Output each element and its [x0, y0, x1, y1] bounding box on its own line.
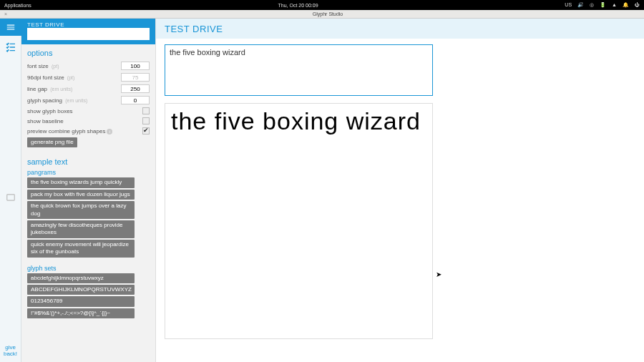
show-glyph-boxes-label: show glyph boxes	[27, 108, 142, 114]
checklist-icon	[5, 41, 16, 53]
pangram-button[interactable]: the five boxing wizards jump quickly	[27, 177, 135, 187]
hamburger-icon	[6, 22, 16, 32]
sidebar-title: CONTROLS	[27, 28, 150, 40]
tool-rail: give back!	[0, 19, 21, 362]
glyphsets-heading: glyph sets	[27, 265, 150, 272]
glyphset-button[interactable]: 0123456789	[27, 296, 135, 306]
screenshot-tool-button[interactable]	[4, 190, 18, 205]
give-back-link[interactable]: give back!	[4, 340, 17, 362]
dpi-input[interactable]	[121, 73, 150, 82]
glyph-spacing-input[interactable]	[121, 96, 150, 104]
sidebar-header: TEST DRIVE CONTROLS	[21, 19, 155, 44]
power-icon[interactable]: ⏻	[635, 2, 640, 8]
window-title: Glyphr Studio	[11, 11, 644, 16]
applications-menu[interactable]: Applications	[4, 3, 31, 8]
pangram-button[interactable]: quick enemy movement will jeopardize six…	[27, 240, 135, 258]
preview-canvas: the five boxing wizard	[165, 103, 433, 339]
glyph-spacing-label: glyph spacing	[27, 97, 62, 104]
preview-combine-label: preview combine glyph shapes	[27, 128, 105, 134]
main-area: TEST DRIVE the five boxing wizard the fi…	[156, 19, 644, 362]
sample-text-section: sample text pangrams the five boxing wiz…	[21, 153, 155, 324]
glyphset-button[interactable]: ABCDEFGHIJKLMNOPQRSTUVWXYZ	[27, 285, 135, 295]
dpi-row: 96dpi font size (pt)	[27, 72, 150, 83]
notifications-icon[interactable]: 🔔	[623, 2, 629, 8]
controls-sidebar: TEST DRIVE CONTROLS options font size (p…	[21, 19, 156, 362]
font-size-input[interactable]	[121, 62, 150, 70]
show-baseline-row: show baseline	[27, 116, 150, 126]
info-icon[interactable]: i	[107, 129, 112, 134]
checklist-tool-button[interactable]	[4, 40, 18, 54]
os-clock: Thu, Oct 20 00:09	[31, 3, 565, 8]
font-size-row: font size (pt)	[27, 60, 150, 72]
font-size-label: font size	[27, 63, 49, 69]
pangram-button[interactable]: the quick brown fox jumps over a lazy do…	[27, 201, 135, 219]
preview-text: the five boxing wizard	[171, 108, 426, 134]
show-glyph-boxes-row: show glyph boxes	[27, 106, 150, 116]
test-drive-input[interactable]: the five boxing wizard	[165, 44, 433, 96]
main-header: TEST DRIVE	[156, 19, 644, 39]
pangram-button[interactable]: amazingly few discotheques provide jukeb…	[27, 220, 135, 238]
show-glyph-boxes-checkbox[interactable]	[142, 107, 150, 114]
close-window-button[interactable]: ×	[0, 11, 11, 16]
show-baseline-label: show baseline	[27, 118, 142, 124]
hamburger-menu-button[interactable]	[0, 19, 21, 36]
keyboard-layout-icon[interactable]: US	[565, 2, 572, 8]
preview-combine-row: preview combine glyph shapesi	[27, 126, 150, 136]
pangrams-heading: pangrams	[27, 169, 150, 176]
dpi-label: 96dpi font size	[27, 74, 64, 81]
glyphset-button[interactable]: !"#$%&'()*+,-./:;<=>?@[\]^_`{|}~	[27, 308, 135, 318]
svg-rect-0	[6, 195, 14, 200]
generate-png-button[interactable]: generate png file	[27, 137, 77, 147]
sidebar-subtitle: TEST DRIVE	[27, 21, 150, 28]
os-topbar: Applications Thu, Oct 20 00:09 US 🔊 ◎ 🔋 …	[0, 0, 644, 10]
preview-combine-checkbox[interactable]	[142, 127, 150, 134]
main-heading: TEST DRIVE	[165, 24, 223, 34]
options-heading: options	[27, 49, 150, 57]
window-titlebar: × Glyphr Studio	[0, 10, 644, 19]
pangram-button[interactable]: pack my box with five dozen liquor jugs	[27, 190, 135, 200]
os-tray: US 🔊 ◎ 🔋 ▲ 🔔 ⏻	[565, 2, 640, 8]
volume-icon[interactable]: 🔊	[577, 2, 584, 8]
line-gap-row: line gap (em units)	[27, 83, 150, 94]
up-icon[interactable]: ▲	[612, 2, 617, 8]
glyph-spacing-row: glyph spacing (em units)	[27, 94, 150, 106]
brightness-icon[interactable]: ◎	[590, 2, 594, 8]
screenshot-icon	[6, 192, 16, 202]
show-baseline-checkbox[interactable]	[142, 117, 150, 124]
battery-icon[interactable]: 🔋	[600, 2, 606, 8]
options-section: options font size (pt) 96dpi font size (…	[21, 44, 155, 153]
line-gap-input[interactable]	[121, 84, 150, 93]
line-gap-label: line gap	[27, 86, 47, 92]
sample-text-heading: sample text	[27, 157, 150, 166]
glyphset-button[interactable]: abcdefghijklmnopqrstuvwxyz	[27, 273, 135, 283]
main-content: the five boxing wizard the five boxing w…	[156, 39, 644, 362]
